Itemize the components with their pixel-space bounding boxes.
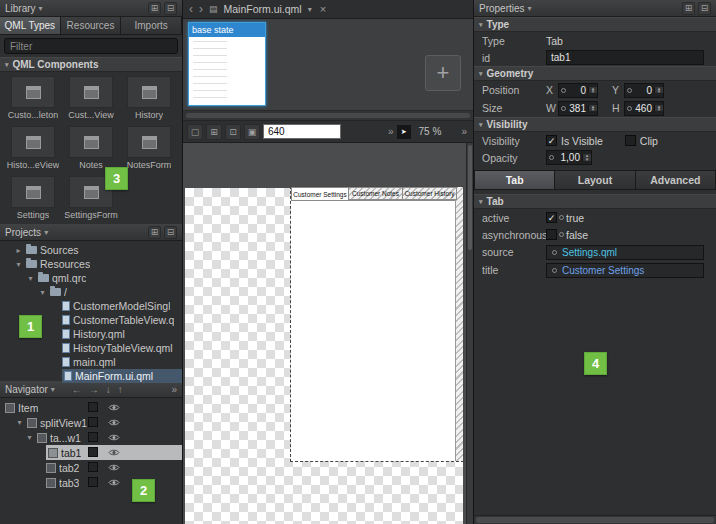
tab-content-area[interactable] [291,200,455,461]
base-state-card[interactable]: base state [188,22,266,106]
tree-item-root-slash[interactable]: ▾ / [0,285,182,299]
bounding-rect-icon[interactable]: ▣ [244,124,260,140]
split-panel-icon[interactable]: ⊞ [148,226,161,239]
eye-icon[interactable] [108,433,120,442]
move-left-icon[interactable]: ← [72,384,82,395]
close-panel-icon[interactable]: ⊟ [698,2,711,15]
move-down-icon[interactable]: ↓ [106,384,111,395]
spinbox-arrows[interactable]: ▴▾ [654,87,663,94]
eye-icon[interactable] [108,403,120,412]
position-x-spinbox[interactable]: 0 ▴▾ [558,83,598,98]
component-item-history[interactable]: History [122,76,176,120]
geometry-section-header[interactable]: ▾ Geometry [474,66,716,81]
size-h-spinbox[interactable]: 460 ▴▾ [624,101,664,116]
binding-indicator-icon[interactable] [552,268,557,273]
eye-icon[interactable] [108,448,120,457]
eye-icon[interactable] [108,463,120,472]
chevron-down-icon[interactable]: ▾ [38,288,47,297]
type-section-header[interactable]: ▾ Type [474,17,716,32]
binding-indicator-icon[interactable] [559,215,564,220]
tab-tab[interactable]: Tab [474,170,555,190]
export-checkbox[interactable] [88,447,98,457]
overflow-icon[interactable]: » [461,126,467,137]
close-panel-icon[interactable]: ⊟ [164,226,177,239]
binding-indicator-icon[interactable] [627,106,632,111]
canvas-width-input[interactable] [263,124,341,139]
move-up-icon[interactable]: ↑ [118,384,123,395]
form-tab-customer-settings[interactable]: Customer Settings [291,187,349,200]
chevron-down-icon[interactable]: ▾ [51,385,55,394]
zoom-level[interactable]: 75 % [419,126,442,137]
export-checkbox[interactable] [88,432,98,442]
snap-off-icon[interactable]: ▢ [187,124,203,140]
split-panel-icon[interactable]: ⊞ [682,2,695,15]
export-checkbox[interactable] [88,462,98,472]
mainform-root-item[interactable]: Customer Settings Customer Notes Custome… [290,186,464,462]
document-name[interactable]: MainForm.ui.qml [224,3,302,15]
tree-item-mainqml[interactable]: main.qml [0,355,182,369]
tree-item-mainform-selected[interactable]: MainForm.ui.qml [0,369,182,383]
tab-resources[interactable]: Resources [61,17,122,34]
filter-input[interactable] [4,38,178,54]
zoom-selector-icon[interactable]: ➤ [397,125,411,139]
snap-anchor-icon[interactable]: ⊡ [225,124,241,140]
source-input[interactable]: Settings.qml [546,245,704,260]
properties-horizontal-scrollbar[interactable] [474,515,716,524]
chevron-down-icon[interactable]: ▾ [44,228,48,237]
tree-item-resources[interactable]: ▾ Resources [0,257,182,271]
tab-imports[interactable]: Imports [121,17,182,34]
chevron-down-icon[interactable]: ▾ [14,260,23,269]
chevron-down-icon[interactable]: ▾ [308,5,312,14]
snap-grid-icon[interactable]: ⊞ [206,124,222,140]
spinbox-arrows[interactable]: ▴▾ [582,154,591,161]
tab-layout[interactable]: Layout [555,170,635,190]
close-panel-icon[interactable]: ⊟ [164,2,177,15]
tree-item-historytableview[interactable]: HistoryTableView.qml [0,341,182,355]
export-checkbox[interactable] [88,417,98,427]
canvas-vertical-scrollbar[interactable] [466,143,473,524]
component-item-notes[interactable]: Notes [64,126,118,170]
size-w-spinbox[interactable]: 381 ▴▾ [558,101,598,116]
overflow-icon[interactable]: » [171,384,177,395]
qml-components-header[interactable]: ▾ QML Components [0,57,182,72]
position-y-spinbox[interactable]: 0 ▴▾ [624,83,664,98]
tab-section-header[interactable]: ▾ Tab [474,194,716,209]
chevron-down-icon[interactable]: ▾ [25,433,34,442]
chevron-down-icon[interactable]: ▾ [39,4,43,13]
export-checkbox[interactable] [88,477,98,487]
clip-checkbox[interactable] [625,135,636,146]
split-panel-icon[interactable]: ⊞ [148,2,161,15]
binding-indicator-icon[interactable] [561,106,566,111]
form-tab-customer-notes[interactable]: Customer Notes [349,187,403,200]
tab-advanced[interactable]: Advanced [636,170,716,190]
add-state-button[interactable]: + [425,55,461,91]
overflow-icon[interactable]: » [388,126,394,137]
binding-indicator-icon[interactable] [561,88,566,93]
is-visible-checkbox[interactable]: ✓ [546,135,557,146]
back-icon[interactable]: ‹ [189,4,193,14]
active-checkbox[interactable]: ✓ [546,212,557,223]
id-input[interactable] [546,50,704,65]
chevron-down-icon[interactable]: ▾ [528,4,532,13]
close-document-icon[interactable]: × [320,3,326,15]
eye-icon[interactable] [108,478,120,487]
spinbox-arrows[interactable]: ▴▾ [654,105,663,112]
chevron-right-icon[interactable]: ▸ [14,246,23,255]
binding-indicator-icon[interactable] [627,88,632,93]
chevron-down-icon[interactable]: ▾ [15,418,24,427]
component-item-settings[interactable]: Settings [6,176,60,220]
component-item-notesform[interactable]: NotesForm [122,126,176,170]
export-checkbox[interactable] [88,402,98,412]
tab-qml-types[interactable]: QML Types [0,17,61,34]
tree-item-sources[interactable]: ▸ Sources [0,243,182,257]
eye-icon[interactable] [108,418,120,427]
states-scrollbar[interactable] [183,111,473,121]
spinbox-arrows[interactable]: ▴▾ [588,105,597,112]
binding-indicator-icon[interactable] [559,232,564,237]
visibility-section-header[interactable]: ▾ Visibility [474,117,716,132]
asynchronous-checkbox[interactable] [546,229,557,240]
component-item-customermodelsingleton[interactable]: Custo...leton [6,76,60,120]
chevron-down-icon[interactable]: ▾ [26,274,35,283]
binding-indicator-icon[interactable] [549,155,554,160]
forward-icon[interactable]: › [199,4,203,14]
